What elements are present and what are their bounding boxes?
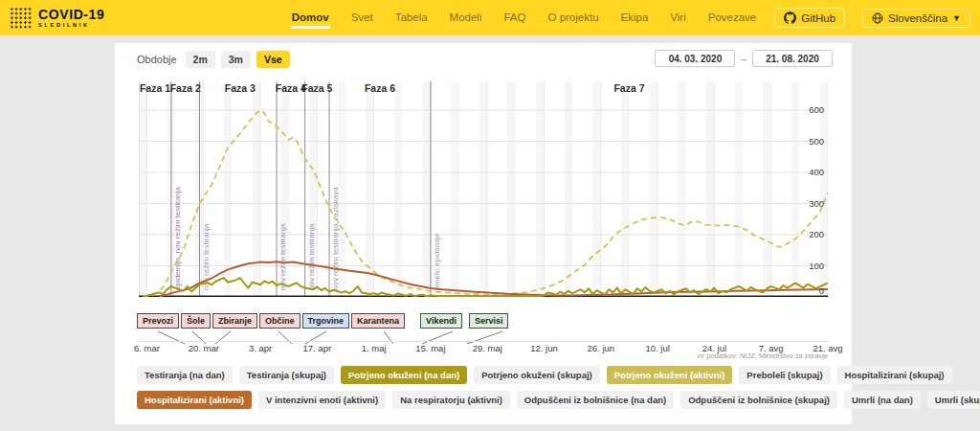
nav-link-ekipa[interactable]: Ekipa: [620, 8, 650, 29]
legend-button-umrli-na-dan[interactable]: Umrli (na dan): [844, 391, 921, 409]
y-axis-label: 400: [776, 167, 824, 177]
nav-link-povezave[interactable]: Povezave: [707, 8, 758, 29]
navbar: COVID-19 SLEDILNIK DomovSvetTabelaModeli…: [0, 0, 980, 35]
svg-text:nov režim testiranja, raziskav: nov režim testiranja, raziskava: [331, 187, 340, 290]
svg-text:nov režim testiranja: nov režim testiranja: [278, 223, 287, 290]
nav-link-o-projektu[interactable]: O projektu: [547, 8, 600, 29]
legend-button-potrjeno-okuženi-aktivni[interactable]: Potrjeno okuženi (aktivni): [607, 366, 733, 384]
line-chart-plot[interactable]: epidemija, nov režim testiranjanov režim…: [139, 81, 828, 297]
github-icon: [784, 11, 796, 24]
period-button-2m[interactable]: 2m: [186, 51, 215, 68]
date-from-input[interactable]: [655, 50, 735, 67]
annotation-trgovine[interactable]: Trgovine: [302, 313, 350, 329]
brand-subtitle: SLEDILNIK: [38, 23, 104, 29]
period-label: Obdobje: [137, 54, 177, 65]
phase-label: Faza 3: [218, 82, 262, 94]
legend-button-potrjeno-okuženi-na-dan[interactable]: Potrjeno okuženi (na dan): [341, 366, 467, 384]
brand-title: COVID-19: [38, 8, 104, 21]
legend-button-hospitalizirani-aktivni[interactable]: Hospitalizirani (aktivni): [137, 391, 252, 409]
y-axis-label: 500: [776, 136, 824, 147]
nav-link-faq[interactable]: FAQ: [502, 8, 526, 29]
phase-label: Faza 2: [164, 82, 208, 94]
legend-button-hospitalizirani-skupaj[interactable]: Hospitalizirani (skupaj): [837, 366, 952, 384]
annotation-servisi[interactable]: Servisi: [469, 313, 509, 329]
legend-button-odpuščeni-iz-bolnišnice-na-dan[interactable]: Odpuščeni iz bolnišnice (na dan): [517, 391, 674, 409]
legend-button-v-intenzivni-enoti-aktivni[interactable]: V intenzivni enoti (aktivni): [258, 391, 386, 409]
chart-card: Obdobje 2m3mVse – epidemija, nov režim t…: [115, 43, 852, 424]
legend-button-potrjeno-okuženi-skupaj[interactable]: Potrjeno okuženi (skupaj): [474, 366, 600, 384]
date-to-input[interactable]: [752, 50, 833, 67]
brand-logo[interactable]: COVID-19 SLEDILNIK: [10, 7, 104, 29]
github-label: GitHub: [801, 12, 835, 24]
legend-button-odpuščeni-iz-bolnišnice-skupaj[interactable]: Odpuščeni iz bolnišnice (skupaj): [680, 391, 837, 409]
legend-button-preboleli-skupaj[interactable]: Preboleli (skupaj): [739, 366, 830, 384]
y-axis-label: 0: [776, 285, 824, 296]
annotation-karantena[interactable]: Karantena: [351, 313, 405, 329]
y-axis-label: 200: [776, 229, 824, 239]
legend-row-2: Hospitalizirani (aktivni)V intenzivni en…: [137, 391, 980, 409]
nav-link-domov[interactable]: Domov: [291, 8, 330, 29]
nav-link-svet[interactable]: Svet: [350, 8, 374, 29]
annotation-občine[interactable]: Občine: [259, 313, 301, 329]
legend-button-na-respiratorju-aktivni[interactable]: Na respiratorju (aktivni): [392, 391, 510, 409]
nav-links: DomovSvetTabelaModeliFAQO projektuEkipaV…: [291, 8, 758, 29]
event-annotations: PrevoziŠoleZbiranjeObčineTrgovineKarante…: [137, 313, 510, 329]
svg-text:preklic epidemije: preklic epidemije: [433, 233, 441, 290]
legend-button-testiranja-skupaj[interactable]: Testiranja (skupaj): [239, 366, 334, 384]
y-axis-label: 600: [776, 104, 824, 115]
date-separator: –: [741, 54, 746, 64]
sledilnik-logo-icon: [10, 7, 32, 29]
language-selector[interactable]: Slovenščina ▼: [862, 9, 970, 28]
phase-label: Faza 7: [607, 82, 651, 94]
annotation-vikendi[interactable]: Vikendi: [420, 313, 462, 329]
nav-link-tabela[interactable]: Tabela: [394, 8, 429, 29]
y-axis-label: 300: [776, 198, 824, 209]
period-button-3m[interactable]: 3m: [221, 51, 251, 68]
svg-text:nov režim testiranja: nov režim testiranja: [307, 223, 316, 290]
svg-text:epidemija, nov režim testiranj: epidemija, nov režim testiranja: [173, 186, 182, 290]
y-axis-label: 100: [776, 261, 824, 271]
annotation-zbiranje[interactable]: Zbiranje: [212, 313, 257, 329]
legend-button-umrli-skupaj[interactable]: Umrli (skupaj): [927, 391, 980, 409]
legend-row-1: Testiranja (na dan)Testiranja (skupaj)Po…: [137, 366, 952, 384]
github-button[interactable]: GitHub: [774, 8, 845, 28]
nav-link-modeli[interactable]: Modeli: [449, 8, 483, 29]
period-button-vse[interactable]: Vse: [256, 51, 290, 68]
language-label: Slovenščina: [888, 12, 947, 24]
axis-underline: [139, 341, 828, 342]
globe-icon: [872, 12, 883, 24]
nav-link-viri[interactable]: Viri: [669, 8, 686, 29]
annotation-šole[interactable]: Šole: [181, 313, 211, 329]
chart-canvas: epidemija, nov režim testiranjanov režim…: [139, 81, 828, 297]
legend-button-testiranja-na-dan[interactable]: Testiranja (na dan): [137, 366, 233, 384]
annotation-connectors: [137, 330, 826, 346]
phase-label: Faza 6: [358, 82, 402, 94]
annotation-prevozi[interactable]: Prevozi: [137, 313, 179, 329]
date-range: –: [655, 50, 833, 67]
phase-label: Faza 5: [295, 82, 339, 94]
period-controls: Obdobje 2m3mVse: [137, 50, 296, 68]
chevron-down-icon: ▼: [952, 13, 961, 23]
data-source-note: vir podatkov: NIJZ, Ministrstvo za zdrav…: [697, 352, 828, 360]
